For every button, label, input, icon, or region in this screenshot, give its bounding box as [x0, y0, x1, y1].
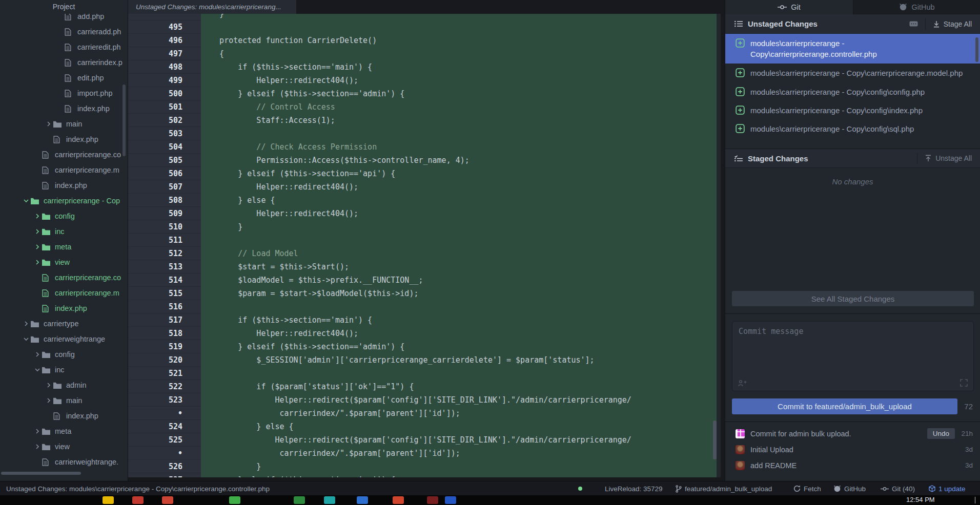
tree-item-carrierpricerange.m[interactable]: carrierpricerange.m — [0, 285, 128, 301]
code-row: • carrierindex/".$param['parent']['id'])… — [128, 447, 717, 460]
taskbar-app-icon[interactable] — [103, 496, 114, 504]
tree-item-carrierweightrange.[interactable]: carrierweightrange. — [0, 454, 128, 470]
tree-item-meta[interactable]: meta — [0, 239, 128, 255]
taskbar-app-icon[interactable] — [132, 496, 144, 504]
tree-item-admin[interactable]: admin — [0, 377, 128, 393]
github-status-button[interactable]: GitHub — [833, 481, 866, 496]
added-file-icon — [736, 68, 745, 77]
unstaged-file-row[interactable]: modules\carrierpricerange - Copy\config\… — [725, 101, 980, 119]
fetch-button[interactable]: Fetch — [793, 481, 821, 496]
unstage-all-upload-icon — [925, 155, 932, 162]
folder-icon — [42, 213, 51, 220]
unstaged-file-row[interactable]: modules\carrierpricerange - Copy\carrier… — [725, 64, 980, 82]
tree-item-config[interactable]: config — [0, 208, 128, 224]
recent-commit-row[interactable]: Commit for admin bulk upload.Undo21h — [725, 426, 980, 441]
unstage-all-button[interactable]: Unstage All — [923, 154, 974, 162]
code-row: 521 — [128, 367, 717, 380]
tab-github[interactable]: GitHub — [853, 0, 980, 14]
chevron-right-icon[interactable] — [46, 398, 53, 403]
code-line: } elseif ($this->section=='api') { — [201, 167, 717, 180]
tree-item-index.php[interactable]: index.php — [0, 178, 128, 193]
tree-item-carrieredit.ph[interactable]: carrieredit.ph — [0, 39, 128, 55]
update-available-button[interactable]: 1 update — [929, 481, 966, 496]
tree-item-index.php[interactable]: index.php — [0, 132, 128, 147]
tree-item-import.php[interactable]: import.php — [0, 86, 128, 101]
taskbar-app-icon[interactable] — [324, 496, 335, 504]
tree-item-carrierpricerange-cop[interactable]: carrierpricerange - Cop — [0, 193, 128, 208]
tree-item-main[interactable]: main — [0, 116, 128, 132]
chevron-right-icon[interactable] — [35, 214, 42, 219]
code-line: // Check Access Permission — [201, 140, 717, 154]
unstaged-file-row[interactable]: modules\carrierpricerange - Copy\config\… — [725, 82, 980, 101]
tree-horizontal-scrollbar[interactable] — [1, 472, 81, 475]
unstaged-file-row[interactable]: modules\carrierpricerange - Copy\config\… — [725, 119, 980, 138]
tree-item-inc[interactable]: inc — [0, 224, 128, 239]
tree-item-carriertype[interactable]: carriertype — [0, 316, 128, 331]
chevron-right-icon[interactable] — [24, 321, 31, 326]
recent-commit-row[interactable]: Initial Upload3d — [725, 441, 980, 457]
tree-item-config[interactable]: config — [0, 347, 128, 362]
tree-item-index.php[interactable]: index.php — [0, 101, 128, 116]
line-number: 496 — [128, 34, 201, 47]
tree-item-index.php[interactable]: index.php — [0, 408, 128, 424]
tree-item-view[interactable]: view — [0, 255, 128, 270]
chevron-right-icon[interactable] — [35, 229, 42, 234]
commit-message-input[interactable] — [732, 322, 973, 377]
taskbar-app-icon[interactable] — [393, 496, 404, 504]
tree-item-index.php[interactable]: index.php — [0, 301, 128, 316]
taskbar-app-icon[interactable] — [294, 496, 305, 504]
chevron-right-icon[interactable] — [35, 260, 42, 265]
tab-unstaged-changes[interactable]: Unstaged Changes: modules\carrierpricera… — [128, 0, 297, 14]
chevron-down-icon[interactable] — [24, 336, 31, 342]
code-row: 519 } elseif ($this->section=='admin') { — [128, 340, 717, 353]
branch-indicator[interactable]: featured/admin_bulk_upload — [676, 481, 772, 496]
file-icon — [42, 166, 51, 174]
commit-button[interactable]: Commit to featured/admin_bulk_upload — [732, 398, 957, 414]
tree-item-carrieradd.ph[interactable]: carrieradd.ph — [0, 24, 128, 39]
taskbar-app-icon[interactable] — [427, 496, 438, 504]
tree-item-carrierweightrange[interactable]: carrierweightrange — [0, 331, 128, 347]
tree-item-carrierpricerange.co[interactable]: carrierpricerange.co — [0, 147, 128, 162]
chevron-down-icon[interactable] — [35, 367, 42, 372]
code-row: 497 { — [128, 47, 717, 60]
tree-item-carrierpricerange.m[interactable]: carrierpricerange.m — [0, 162, 128, 178]
tab-git[interactable]: Git — [725, 0, 853, 14]
taskbar-app-icon[interactable] — [162, 496, 173, 504]
see-all-staged-button[interactable]: See All Staged Changes — [732, 291, 974, 306]
chevron-down-icon[interactable] — [24, 198, 31, 203]
show-desktop-divider[interactable] — [975, 497, 975, 503]
file-icon — [53, 136, 62, 143]
tree-vertical-scrollbar[interactable] — [122, 85, 126, 156]
chevron-right-icon[interactable] — [46, 383, 53, 388]
chevron-right-icon[interactable] — [35, 444, 42, 449]
tree-item-carrierpricerange.co[interactable]: carrierpricerange.co — [0, 270, 128, 285]
line-number: 511 — [128, 234, 201, 247]
recent-commit-row[interactable]: add README3d — [725, 457, 980, 473]
line-number: 526 — [128, 460, 201, 473]
tree-item-inc[interactable]: inc — [0, 362, 128, 377]
tree-item-view[interactable]: view — [0, 439, 128, 454]
tree-item-main[interactable]: main — [0, 393, 128, 408]
code-row: 516 — [128, 300, 717, 313]
tree-item-carrierindex.p[interactable]: carrierindex.p — [0, 55, 128, 70]
expand-commit-box-icon[interactable] — [960, 379, 968, 387]
tree-item-edit.php[interactable]: edit.php — [0, 70, 128, 86]
tree-item-meta[interactable]: meta — [0, 424, 128, 439]
taskbar-app-icon[interactable] — [229, 496, 240, 504]
more-options-icon — [909, 21, 918, 27]
unstaged-file-row[interactable]: modules\carrierpricerange - Copy\carrier… — [725, 34, 980, 64]
stage-all-button[interactable]: Stage All — [931, 20, 974, 28]
git-status-button[interactable]: Git (40) — [881, 481, 915, 496]
staged-changes-title: Staged Changes — [748, 154, 808, 163]
chevron-right-icon[interactable] — [35, 244, 42, 249]
more-options-button[interactable] — [907, 21, 920, 27]
taskbar-app-icon[interactable] — [357, 496, 368, 504]
chevron-right-icon[interactable] — [46, 121, 53, 127]
chevron-right-icon[interactable] — [35, 352, 42, 357]
undo-commit-button[interactable]: Undo — [927, 428, 955, 439]
add-coauthor-icon[interactable] — [738, 380, 747, 387]
taskbar-app-icon[interactable] — [445, 496, 456, 504]
editor-vertical-scrollbar[interactable] — [713, 420, 717, 459]
chevron-right-icon[interactable] — [35, 429, 42, 434]
file-list-scrollbar[interactable] — [975, 37, 978, 62]
